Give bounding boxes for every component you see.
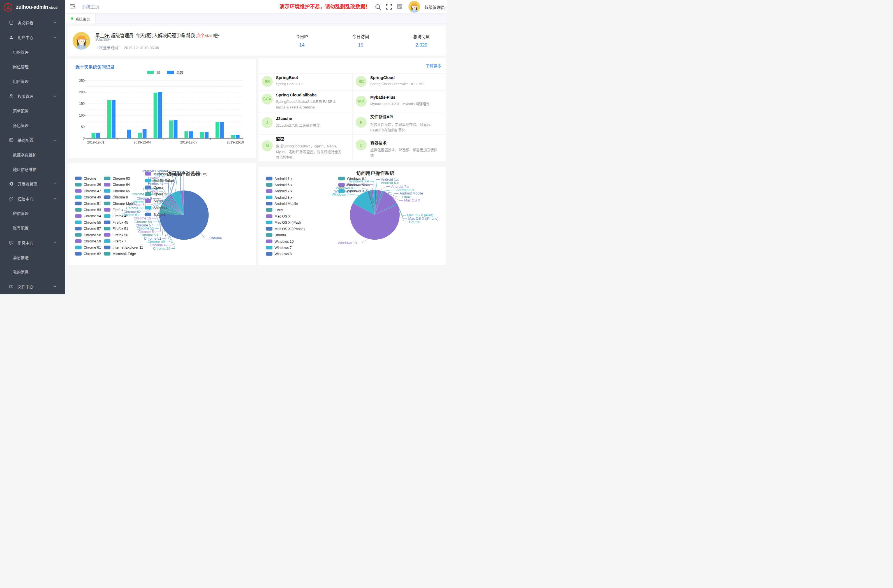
svg-text:Chrome 49: Chrome 49 [84,195,101,199]
svg-text:Android 6.x: Android 6.x [274,183,292,186]
svg-text:Linux: Linux [274,208,283,212]
svg-text:Android Mobile: Android Mobile [274,202,298,206]
svg-text:Windows XP: Windows XP [347,189,367,193]
svg-text:Chrome 63: Chrome 63 [113,177,130,180]
svg-text:2019-12-07: 2019-12-07 [180,140,197,144]
svg-text:Android 7.x: Android 7.x [274,189,292,193]
svg-text:Windows 8.1: Windows 8.1 [347,177,367,180]
svg-text:Chrome 55: Chrome 55 [84,221,101,224]
svg-text:总数: 总数 [176,70,183,75]
svg-text:Ubuntu: Ubuntu [409,220,420,224]
svg-text:近十天系统访问记录: 近十天系统访问记录 [75,65,115,69]
svg-text:2019-12-10: 2019-12-10 [227,140,244,144]
svg-text:Chrome 51: Chrome 51 [84,202,101,206]
svg-text:Internet Explorer 11: Internet Explorer 11 [113,245,143,250]
svg-text:Chrome 58: Chrome 58 [84,233,101,237]
svg-text:Chrome 57: Chrome 57 [84,227,101,231]
svg-text:Chrome Mobile: Chrome Mobile [131,192,155,196]
svg-text:Chrome: Chrome [84,177,96,180]
svg-text:Windows Vista: Windows Vista [347,183,370,186]
svg-text:Chrome 64: Chrome 64 [113,183,130,186]
svg-text:Chrome 63: Chrome 63 [126,206,143,210]
svg-text:Mac OS X (iPhone): Mac OS X (iPhone) [274,227,305,231]
svg-text:Firefox: Firefox [113,208,123,212]
svg-text:文: 文 [400,4,402,7]
svg-text:Safari: Safari [153,199,162,203]
svg-text:Android 1.x: Android 1.x [274,177,292,180]
svg-text:Safari 9: Safari 9 [153,213,165,217]
svg-text:Chrome 61: Chrome 61 [84,245,101,250]
svg-text:150: 150 [79,102,84,106]
svg-text:2019-12-04: 2019-12-04 [134,140,151,144]
svg-text:Chrome 47: Chrome 47 [84,189,101,193]
svg-text:Mobile Safari: Mobile Safari [153,179,174,183]
svg-text:Opera 12: Opera 12 [153,192,168,196]
svg-text:Chrome 8: Chrome 8 [113,195,128,199]
svg-text:Android 8.x: Android 8.x [274,195,292,199]
svg-text:Windows 10: Windows 10 [274,239,293,243]
svg-text:Windows 7: Windows 7 [332,192,349,197]
svg-text:Microsoft Edge (Outdated Vers: Microsoft Edge (Outdated Vers 16) [153,172,207,176]
svg-text:Chrome 65: Chrome 65 [113,189,130,193]
svg-text:Windows 8: Windows 8 [274,252,292,256]
svg-text:Mac OS X: Mac OS X [404,199,421,202]
svg-text:Firefox 42: Firefox 42 [113,214,128,218]
svg-text:Chrome 26: Chrome 26 [84,183,101,186]
svg-text:100: 100 [79,113,84,117]
svg-text:Safari 11: Safari 11 [153,206,167,210]
svg-text:Windows 10: Windows 10 [337,241,356,245]
svg-text:Chrome Mobile: Chrome Mobile [113,202,136,206]
svg-text:50: 50 [81,125,85,129]
svg-text:Mac OS X (iPad): Mac OS X (iPad) [274,221,301,224]
svg-text:Chrome 26: Chrome 26 [153,247,170,251]
svg-text:Chrome: Chrome [209,236,222,240]
svg-text:Windows 7: Windows 7 [274,245,292,250]
svg-text:200: 200 [79,90,84,94]
svg-text:Firefox 7: Firefox 7 [113,239,126,243]
svg-text:Microsoft Edge: Microsoft Edge [113,252,136,256]
svg-text:0: 0 [83,137,85,140]
svg-text:Chrome 62: Chrome 62 [84,252,101,256]
svg-text:Firefox 51: Firefox 51 [113,227,128,231]
svg-text:您: 您 [156,70,160,75]
svg-text:Mac OS X: Mac OS X [274,214,291,218]
svg-text:Chrome 54: Chrome 54 [84,214,101,218]
svg-text:Chrome 59: Chrome 59 [84,239,101,243]
svg-text:Firefox 56: Firefox 56 [113,233,128,237]
svg-text:Opera: Opera [153,185,163,189]
svg-text:Z: Z [7,5,9,9]
svg-text:Chrome 53: Chrome 53 [84,208,101,212]
svg-text:Firefox 45: Firefox 45 [113,221,128,224]
svg-text:2019-12-01: 2019-12-01 [87,140,105,144]
svg-text:Android 6.x: Android 6.x [381,181,399,185]
svg-text:250: 250 [79,79,84,83]
svg-text:访问用户操作系统: 访问用户操作系统 [356,170,394,176]
svg-text:Ubuntu: Ubuntu [274,233,286,237]
